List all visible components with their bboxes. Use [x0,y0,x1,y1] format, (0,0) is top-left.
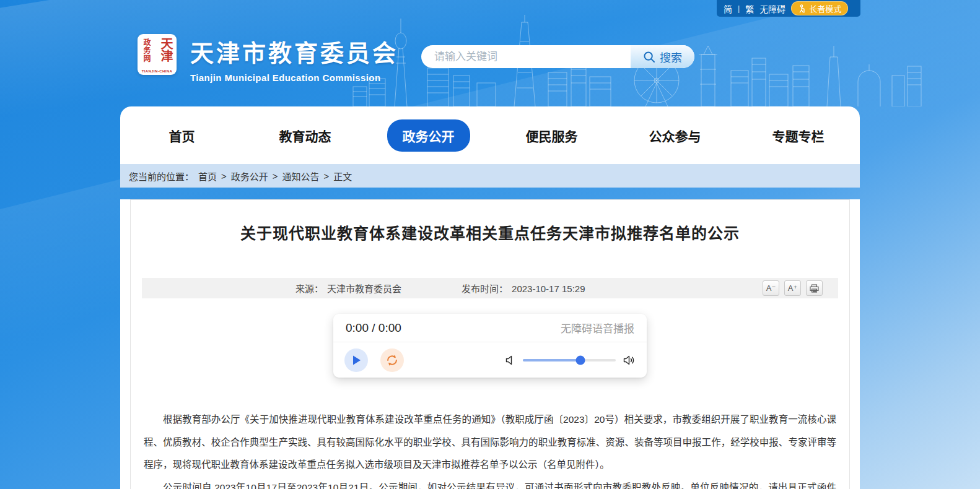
breadcrumb-government-affairs[interactable]: 政务公开 [231,170,268,183]
article-tools: A⁻ A⁺ [763,280,823,296]
volume-high-icon[interactable] [623,355,636,365]
site-header: 简 | 繁 无障碍 长者模式 政务网 天津 TIANJIN-CHINA 天津市教… [0,0,980,106]
nav-item-education-news[interactable]: 教育动态 [243,119,367,152]
font-decrease-icon: A⁻ [766,283,776,293]
lang-simplified-link[interactable]: 简 [724,2,732,15]
article-meta-bar: 来源：天津市教育委员会 发布时间：2023-10-17 15:29 A⁻ A⁺ [142,278,838,298]
lang-traditional-link[interactable]: 繁 [745,2,754,15]
search-icon [643,51,655,63]
site-name-en: Tianjin Municipal Education Commission [190,72,398,83]
article-paragraph: 根据教育部办公厅《关于加快推进现代职业教育体系建设改革重点任务的通知》（教职成厅… [144,409,836,477]
nav-item-public-participation[interactable]: 公众参与 [613,119,737,152]
elder-mode-button[interactable]: 长者模式 [791,1,848,15]
logo-seal-left: 政务网 [142,38,150,66]
article-body: 根据教育部办公厅《关于加快推进现代职业教育体系建设改革重点任务的通知》（教职成厅… [144,409,836,489]
print-button[interactable] [806,280,823,296]
font-increase-icon: A⁺ [788,283,798,293]
nav-item-public-services[interactable]: 便民服务 [490,119,613,152]
player-time: 0:00 / 0:00 [346,321,401,335]
site-titles: 天津市教育委员会 Tianjin Municipal Education Com… [190,34,398,83]
player-caption: 无障碍语音播报 [561,320,634,335]
search-input[interactable] [421,45,631,68]
search-bar: 搜索 [421,45,694,68]
article-paragraph: 公示时间自 2023年10月17日至2023年10月21日。公示期间，如对公示结… [144,477,836,489]
source-value: 天津市教育委员会 [327,283,401,294]
main-container: 首页 教育动态 政务公开 便民服务 公众参与 专题专栏 您当前的位置： 首页 >… [120,106,860,489]
volume-slider-fill [523,359,580,361]
play-button[interactable] [344,348,368,372]
accessibility-link[interactable]: 无障碍 [759,2,785,15]
elder-mode-label: 长者模式 [809,2,841,14]
accessibility-bar: 简 | 繁 无障碍 长者模式 [717,0,860,17]
volume-low-icon[interactable] [505,355,515,365]
font-increase-button[interactable]: A⁺ [784,280,801,296]
publish-time-value: 2023-10-17 15:29 [512,283,585,294]
breadcrumb: 您当前的位置： 首页 > 政务公开 > 通知公告 > 正文 [120,164,860,188]
source-label: 来源： [295,283,323,294]
main-nav: 首页 教育动态 政务公开 便民服务 公众参与 专题专栏 [120,106,860,164]
article-source: 来源：天津市教育委员会 [295,282,401,295]
article-publish-time: 发布时间：2023-10-17 15:29 [462,282,585,295]
volume-slider-thumb[interactable] [576,355,585,365]
search-button-label: 搜索 [660,49,682,65]
logo-seal-right: 天津 [160,37,172,66]
publish-time-label: 发布时间： [462,283,508,294]
replay-button[interactable] [380,348,404,372]
breadcrumb-home[interactable]: 首页 [198,170,217,183]
breadcrumb-notices[interactable]: 通知公告 [282,170,320,183]
audio-player-header: 0:00 / 0:00 无障碍语音播报 [333,314,647,342]
nav-item-special-topics[interactable]: 专题专栏 [737,119,860,152]
nav-item-home[interactable]: 首页 [120,119,243,152]
search-button[interactable]: 搜索 [631,45,694,68]
nav-item-government-affairs[interactable]: 政务公开 [367,119,490,152]
article-card: 关于现代职业教育体系建设改革相关重点任务天津市拟推荐名单的公示 来源：天津市教育… [130,199,850,489]
print-icon [810,284,819,293]
play-icon [351,355,361,366]
article-title: 关于现代职业教育体系建设改革相关重点任务天津市拟推荐名单的公示 [155,221,825,243]
brand: 政务网 天津 TIANJIN-CHINA 天津市教育委员会 Tianjin Mu… [138,34,398,83]
audio-player-controls [333,342,647,378]
breadcrumb-separator: > [324,171,330,181]
breadcrumb-separator: > [221,171,227,181]
site-name: 天津市教育委员会 [190,34,398,68]
breadcrumb-current: 正文 [333,170,352,183]
site-logo[interactable]: 政务网 天津 TIANJIN-CHINA [138,34,177,75]
logo-caption: TIANJIN-CHINA [138,69,177,73]
replay-icon [385,353,399,367]
font-decrease-button[interactable]: A⁻ [763,280,779,296]
breadcrumb-separator: > [273,171,278,181]
volume-slider[interactable] [523,359,616,361]
logo-seal: 政务网 天津 [142,37,172,66]
breadcrumb-label: 您当前的位置： [129,170,194,183]
audio-player: 0:00 / 0:00 无障碍语音播报 [333,314,647,378]
divider: | [738,4,740,13]
elder-icon [798,4,806,13]
content-area: 关于现代职业教育体系建设改革相关重点任务天津市拟推荐名单的公示 来源：天津市教育… [120,199,860,489]
